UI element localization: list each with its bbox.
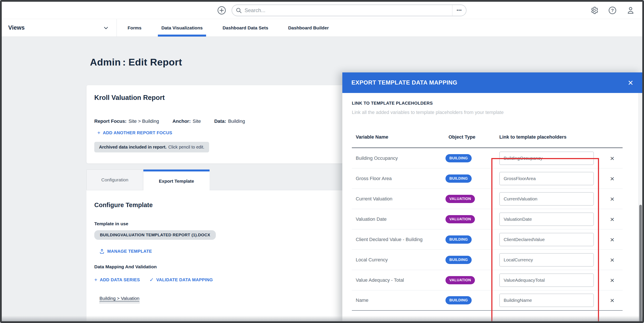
variable-name: Valuation Date — [352, 216, 444, 222]
svg-text:?: ? — [611, 8, 614, 13]
nav-tab[interactable]: Forms — [128, 19, 142, 36]
search-input[interactable] — [244, 5, 452, 16]
nav-tab[interactable]: Dashboard Builder — [288, 19, 329, 36]
main-area: Admin:Edit Report Kroll Valuation Report… — [2, 37, 642, 321]
remove-icon: × — [610, 236, 614, 244]
search-bar[interactable]: ••• — [232, 4, 466, 16]
object-type-badge: BUILDING — [446, 256, 472, 264]
link-placeholders-subtitle: Link all the added variables to template… — [352, 110, 633, 115]
placeholder-input[interactable] — [499, 274, 594, 287]
ellipsis-icon: ••• — [456, 8, 462, 12]
meta-item: Anchor:Site — [172, 118, 201, 124]
remove-row-button[interactable]: × — [607, 175, 614, 182]
remove-row-button[interactable]: × — [607, 216, 614, 223]
remove-row-button[interactable]: × — [607, 154, 614, 162]
page-title: Admin:Edit Report — [90, 57, 182, 68]
placeholder-input[interactable] — [499, 172, 594, 185]
help-button[interactable]: ? — [608, 6, 617, 15]
table-row: Name BUILDING × — [352, 290, 622, 311]
table-row: Client Declared Value - Building BUILDIN… — [352, 230, 622, 250]
remove-row-button[interactable]: × — [607, 256, 614, 264]
remove-icon: × — [610, 276, 614, 284]
table-row: Local Currency BUILDING × — [352, 250, 622, 270]
object-type-badge: VALUATION — [446, 276, 475, 284]
variable-name: Value Adequacy - Total — [352, 278, 444, 283]
views-dropdown[interactable]: Views — [2, 19, 117, 36]
app-window: ••• ? — [0, 0, 644, 323]
add-report-focus-button[interactable]: + ADD ANOTHER REPORT FOCUS — [97, 130, 172, 135]
placeholder-input[interactable] — [499, 253, 594, 266]
report-card: Kroll Valuation Report Report Focus:Site… — [86, 85, 344, 164]
placeholder-input[interactable] — [499, 212, 594, 226]
variable-name: Building Occupancy — [352, 156, 444, 161]
tab-configuration[interactable]: Configuration — [86, 170, 143, 190]
object-type-badge: BUILDING — [446, 154, 472, 162]
profile-button[interactable] — [626, 6, 635, 15]
meta-item: Data:Building — [214, 118, 245, 124]
remove-icon: × — [610, 215, 614, 223]
plus-circle-icon — [217, 6, 226, 15]
link-placeholders-heading: LINK TO TEMPLATE PLACEHOLDERS — [352, 101, 633, 106]
remove-icon: × — [610, 296, 614, 304]
variable-name: Gross Floor Area — [352, 176, 444, 182]
content-tabs: Configuration Export Template — [86, 170, 344, 190]
top-bar: ••• ? — [2, 2, 642, 19]
manage-template-button[interactable]: MANAGE TEMPLATE — [99, 248, 152, 254]
chevron-down-icon — [103, 25, 109, 31]
mapping-table: Variable Name Object Type Link to templa… — [352, 126, 622, 311]
remove-icon: × — [610, 154, 614, 162]
meta-item: Report Focus:Site > Building — [94, 118, 159, 124]
plus-icon: + — [97, 130, 100, 135]
nav-tabs: Forms Data Visualizations Dashboard Data… — [117, 19, 329, 36]
table-row: Current Valuation VALUATION × — [352, 189, 622, 209]
validate-data-mapping-button[interactable]: ✓ VALIDATE DATA MAPPING — [150, 277, 213, 282]
check-icon: ✓ — [150, 277, 154, 282]
add-data-series-button[interactable]: + ADD DATA SERIES — [94, 277, 140, 282]
nav-tab[interactable]: Data Visualizations — [161, 19, 203, 36]
export-mapping-drawer: EXPORT TEMPLATE DATA MAPPING × LINK TO T… — [342, 72, 642, 321]
column-variable-name: Variable Name — [352, 134, 444, 140]
archived-note: Archived data included in report.Click p… — [94, 142, 209, 152]
settings-button[interactable] — [590, 6, 598, 15]
drawer-scrollbar[interactable] — [638, 93, 642, 321]
remove-row-button[interactable]: × — [607, 296, 614, 304]
search-icon — [232, 7, 244, 14]
table-row: Value Adequacy - Total VALUATION × — [352, 270, 622, 290]
drawer-close-button[interactable]: × — [628, 78, 633, 87]
variable-name: Client Declared Value - Building — [352, 237, 444, 242]
configure-template-heading: Configure Template — [94, 202, 336, 209]
object-type-badge: BUILDING — [446, 174, 472, 183]
export-template-panel: Configure Template Template in use BUILD… — [86, 190, 344, 321]
object-type-badge: BUILDING — [446, 236, 472, 244]
variable-name: Current Valuation — [352, 196, 444, 202]
placeholder-input[interactable] — [499, 233, 594, 246]
data-series-link[interactable]: Building > Valuation — [100, 296, 140, 303]
tab-export-template[interactable]: Export Template — [144, 170, 210, 191]
remove-row-button[interactable]: × — [607, 276, 614, 284]
remove-row-button[interactable]: × — [607, 236, 614, 243]
drawer-header: EXPORT TEMPLATE DATA MAPPING × — [342, 72, 642, 93]
mapping-table-header: Variable Name Object Type Link to templa… — [352, 126, 622, 148]
column-object-type: Object Type — [444, 134, 494, 140]
gear-icon — [590, 6, 598, 15]
nav-tab[interactable]: Dashboard Data Sets — [222, 19, 268, 36]
variable-name: Name — [352, 298, 444, 303]
user-icon — [626, 6, 635, 15]
create-button[interactable] — [217, 6, 226, 15]
placeholder-input[interactable] — [499, 152, 594, 165]
report-meta: Report Focus:Site > Building Anchor:Site… — [94, 118, 336, 124]
scrollbar-thumb[interactable] — [639, 205, 642, 321]
plus-icon: + — [94, 277, 97, 282]
table-row: Gross Floor Area BUILDING × — [352, 168, 622, 189]
placeholder-input[interactable] — [499, 294, 594, 307]
mapping-table-rows: Building Occupancy BUILDING × — [352, 148, 622, 311]
column-link-placeholders: Link to template placeholders — [494, 134, 607, 140]
report-title: Kroll Valuation Report — [94, 94, 336, 102]
search-options-button[interactable]: ••• — [452, 5, 466, 16]
object-type-badge: VALUATION — [446, 195, 475, 203]
drawer-title: EXPORT TEMPLATE DATA MAPPING — [352, 79, 457, 86]
remove-icon: × — [610, 174, 614, 183]
drawer-body: LINK TO TEMPLATE PLACEHOLDERS Link all t… — [342, 101, 642, 311]
placeholder-input[interactable] — [499, 192, 594, 206]
remove-row-button[interactable]: × — [607, 195, 614, 202]
